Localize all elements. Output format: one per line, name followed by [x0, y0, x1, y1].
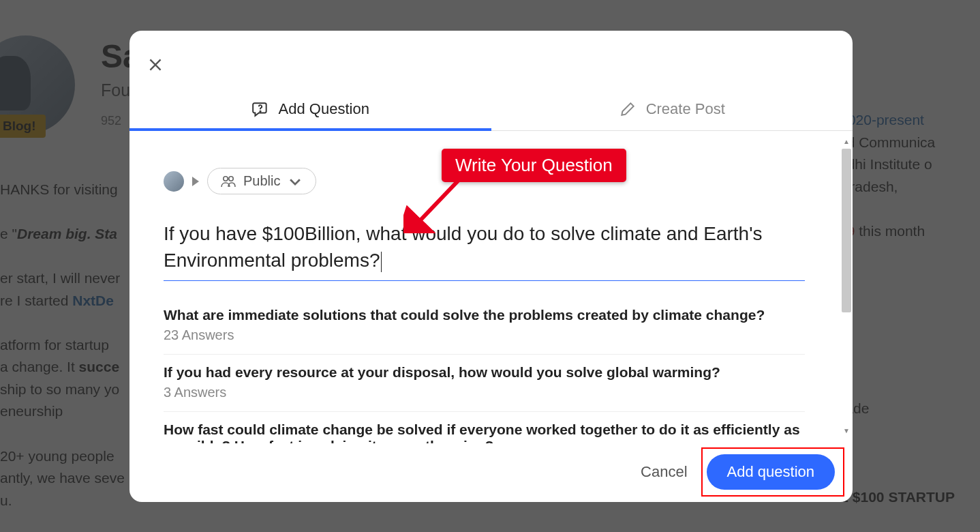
- close-button[interactable]: [142, 51, 169, 78]
- scrollbar[interactable]: ▲ ▼: [842, 139, 851, 435]
- tab-create-post[interactable]: Create Post: [491, 89, 853, 130]
- suggestion-item[interactable]: If you had every resource at your dispos…: [164, 355, 805, 412]
- scrollbar-thumb[interactable]: [842, 149, 851, 312]
- privacy-selector[interactable]: Public: [207, 168, 316, 194]
- chevron-down-icon: [287, 174, 303, 189]
- text-cursor: [381, 252, 382, 272]
- question-text: If you have $100Billion, what would you …: [164, 223, 763, 271]
- scroll-down-icon[interactable]: ▼: [842, 427, 851, 437]
- svg-point-0: [260, 111, 260, 112]
- suggestion-item[interactable]: What are immediate solutions that could …: [164, 297, 805, 355]
- arrow-right-icon: [192, 177, 199, 186]
- add-question-button[interactable]: Add question: [707, 454, 835, 490]
- privacy-row: Public: [164, 168, 805, 194]
- question-input[interactable]: If you have $100Billion, what would you …: [164, 220, 805, 281]
- suggestion-meta: 23 Answers: [164, 327, 805, 343]
- tab-label: Add Question: [279, 100, 369, 118]
- tab-add-question[interactable]: Add Question: [129, 89, 491, 130]
- question-icon: [251, 100, 269, 118]
- cancel-button[interactable]: Cancel: [637, 458, 691, 486]
- svg-point-1: [224, 176, 228, 180]
- suggestion-meta: 3 Answers: [164, 385, 805, 400]
- close-icon: [147, 56, 164, 74]
- modal-tabs: Add Question Create Post: [129, 89, 853, 131]
- suggestion-title: How fast could climate change be solved …: [164, 422, 805, 443]
- scroll-area[interactable]: Public If you have $100Billion, what wou…: [129, 131, 840, 443]
- scroll-up-icon[interactable]: ▲: [842, 138, 851, 147]
- people-icon: [220, 174, 236, 189]
- suggestion-item[interactable]: How fast could climate change be solved …: [164, 412, 805, 443]
- modal-body: Public If you have $100Billion, what wou…: [129, 131, 853, 443]
- user-avatar-small: [164, 171, 184, 192]
- tab-label: Create Post: [646, 100, 725, 118]
- suggestion-title: If you had every resource at your dispos…: [164, 364, 805, 381]
- svg-point-2: [229, 176, 233, 180]
- pencil-icon: [619, 100, 637, 118]
- add-question-modal: Add Question Create Post Public: [129, 31, 853, 502]
- privacy-label: Public: [243, 173, 280, 189]
- suggestion-title: What are immediate solutions that could …: [164, 307, 805, 323]
- modal-footer: Cancel Add question: [129, 443, 853, 502]
